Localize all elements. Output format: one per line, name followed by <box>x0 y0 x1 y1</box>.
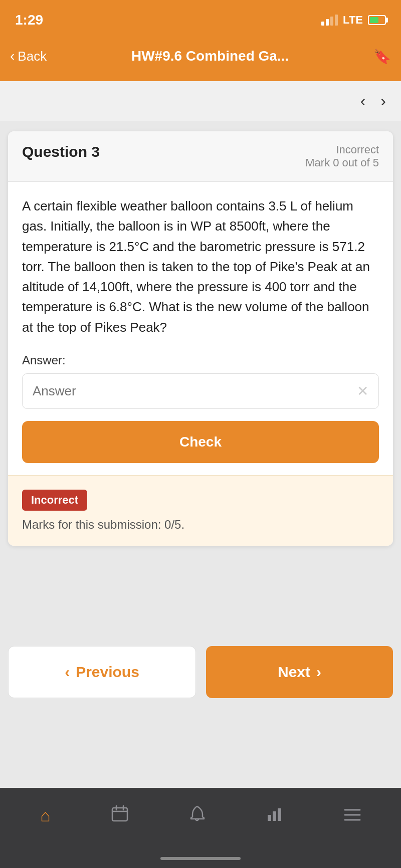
previous-button[interactable]: ‹ Previous <box>8 646 196 698</box>
lte-label: LTE <box>343 14 363 27</box>
incorrect-badge: Incorrect <box>22 490 87 511</box>
nav-bar: ‹ › <box>0 81 401 121</box>
signal-icon <box>321 15 338 26</box>
question-text: A certain flexible weather balloon conta… <box>22 196 379 337</box>
home-indicator <box>0 853 401 868</box>
menu-icon <box>344 806 361 825</box>
previous-label: Previous <box>76 664 139 681</box>
next-button[interactable]: Next › <box>206 646 393 698</box>
back-chevron-icon: ‹ <box>10 48 15 64</box>
check-button[interactable]: Check <box>22 421 379 463</box>
question-body: A certain flexible weather balloon conta… <box>8 182 393 475</box>
status-icons: LTE <box>321 14 386 27</box>
answer-input-wrapper: ✕ <box>22 373 379 409</box>
next-label: Next <box>278 664 310 681</box>
answer-input[interactable] <box>33 383 357 399</box>
tab-notifications[interactable] <box>178 800 216 831</box>
tab-home[interactable]: ⌂ <box>30 801 61 830</box>
svg-rect-0 <box>112 808 127 821</box>
svg-rect-5 <box>273 811 276 821</box>
clear-icon[interactable]: ✕ <box>357 383 368 399</box>
content-area: Question 3 Incorrect Mark 0 out of 5 A c… <box>0 121 401 634</box>
back-button[interactable]: ‹ Back <box>10 48 47 64</box>
question-card: Question 3 Incorrect Mark 0 out of 5 A c… <box>8 131 393 546</box>
feedback-text: Marks for this submission: 0/5. <box>22 518 379 532</box>
next-nav-arrow[interactable]: › <box>380 92 386 110</box>
status-bar: 1:29 LTE <box>0 0 401 36</box>
status-time: 1:29 <box>15 12 43 28</box>
chart-icon <box>266 805 283 826</box>
nav-buttons: ‹ Previous Next › <box>0 634 401 710</box>
header: ‹ Back HW#9.6 Combined Ga... 🔖 <box>0 36 401 81</box>
status-label: Incorrect <box>305 143 379 156</box>
question-mark: Mark 0 out of 5 <box>305 156 379 169</box>
answer-label: Answer: <box>22 353 379 367</box>
header-title: HW#9.6 Combined Ga... <box>57 48 363 64</box>
question-status: Incorrect Mark 0 out of 5 <box>305 143 379 169</box>
next-chevron-icon: › <box>316 664 321 681</box>
back-label: Back <box>18 49 47 64</box>
svg-rect-4 <box>268 815 271 821</box>
spacer <box>0 710 401 788</box>
tab-calendar[interactable] <box>101 800 138 831</box>
question-number: Question 3 <box>22 143 100 160</box>
battery-icon <box>368 15 386 25</box>
prev-chevron-icon: ‹ <box>65 664 70 681</box>
bell-icon <box>188 805 206 826</box>
home-indicator-bar <box>160 857 241 860</box>
svg-rect-6 <box>278 808 281 821</box>
prev-nav-arrow[interactable]: ‹ <box>360 92 366 110</box>
home-icon: ⌂ <box>40 806 51 825</box>
calendar-icon <box>111 805 128 826</box>
tab-menu[interactable] <box>334 801 371 830</box>
bookmark-icon[interactable]: 🔖 <box>373 48 391 65</box>
question-header: Question 3 Incorrect Mark 0 out of 5 <box>8 131 393 182</box>
tab-bar: ⌂ <box>0 788 401 853</box>
feedback-section: Incorrect Marks for this submission: 0/5… <box>8 475 393 546</box>
tab-stats[interactable] <box>256 800 293 831</box>
